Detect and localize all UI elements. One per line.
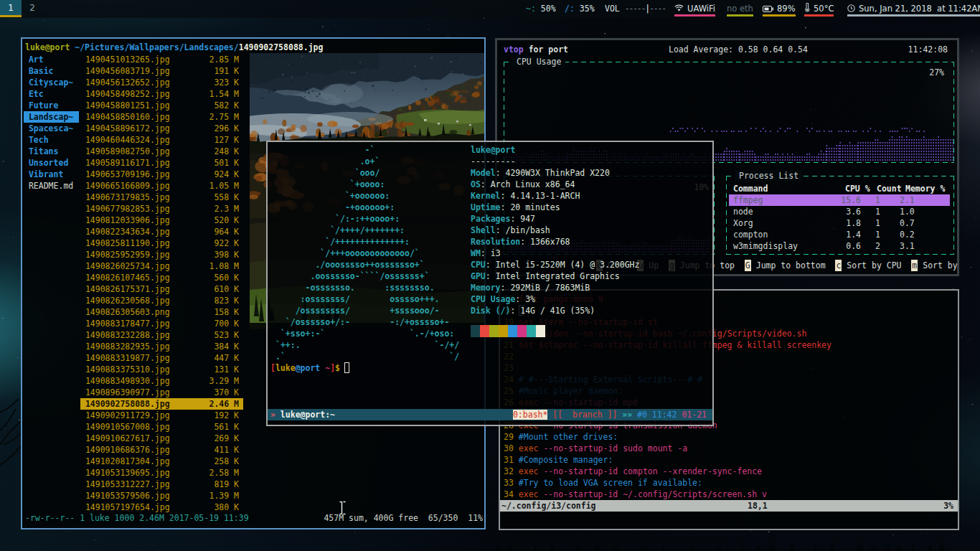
file-item[interactable]: 1490677982853.jpg2.3 M — [80, 203, 243, 215]
ascii-art-line: -+oooooo+: — [275, 202, 395, 213]
file-item[interactable]: 1491020817304.jpg258 K — [80, 456, 243, 467]
hotkey-G[interactable]: G — [745, 260, 751, 271]
module-clock[interactable]: Sun, Jan 21, 2018 at 11:42AM — [847, 0, 980, 18]
col-count: Count — [877, 183, 902, 194]
file-item[interactable]: 1490822343634.jpg964 K — [80, 226, 243, 237]
file-item[interactable]: 1490673179835.jpg558 K — [80, 192, 243, 203]
file-item[interactable]: 1490812033906.jpg520 K — [80, 215, 243, 226]
module-volume[interactable]: VOL -----|---- — [605, 0, 666, 18]
file-item[interactable]: 1490458498252.jpg1.54 M — [80, 88, 243, 100]
ranger-title-path: ~/Pictures/Wallpapers/Landscapes/ — [70, 42, 238, 52]
process-row[interactable]: Xorg1.810.7 — [729, 217, 950, 229]
file-item[interactable]: 1490883498930.jpg3.29 M — [80, 375, 243, 387]
ascii-art-line: .o+` — [275, 156, 380, 167]
file-item[interactable]: 1490883375310.jpg131 K — [80, 364, 243, 375]
vim-cursor-position: 18,1 — [748, 500, 768, 512]
file-item[interactable]: 1490458896172.jpg296 K — [80, 123, 243, 134]
hotkey-label: Jump to bottom — [751, 260, 836, 270]
file-item[interactable]: 1490458850160.jpg2.75 M — [80, 111, 243, 123]
tmux-right-status: 0:bash* [[ branch ]] »» #0 11:42 01-21 — [513, 409, 707, 420]
vtop-clock: 11:42:08 — [908, 44, 948, 55]
neofetch-terminal-window[interactable]: -` .o+` `ooo/ `+oooo: `+oooooo: -+oooooo… — [266, 141, 714, 426]
clock-underline — [847, 14, 980, 17]
file-item[interactable]: 1491053579506.jpg1.39 M — [80, 490, 243, 501]
file-item[interactable]: 1490910627617.jpg269 K — [80, 433, 243, 444]
color-swatch — [489, 325, 499, 337]
file-item[interactable]: 1490826107465.jpg560 K — [80, 272, 243, 283]
parent-dir-item[interactable]: Tech — [24, 134, 79, 146]
color-swatch — [517, 325, 527, 337]
file-item[interactable]: 1491057197654.jpg380 K — [80, 501, 243, 513]
vim-line[interactable]: 32 exec --no-startup-id compton --xrende… — [504, 466, 956, 477]
workspace-1-button[interactable]: 1 — [0, 0, 22, 17]
ranger-status-right: 457M sum, 400G free 65/350 11% — [324, 512, 483, 524]
file-item[interactable]: 1490653709196.jpg924 K — [80, 169, 243, 180]
file-item[interactable]: 1490826305603.png158 K — [80, 306, 243, 318]
module-battery[interactable]: 89% — [763, 0, 796, 18]
parent-dir-item[interactable]: Unsorted — [24, 157, 79, 169]
file-item[interactable]: 1490896390977.jpg370 K — [80, 387, 243, 398]
ascii-art-line: -` — [275, 144, 374, 156]
ascii-art-line: `/ossssso+/:- -:/+osssso+- — [275, 316, 449, 328]
file-item[interactable]: 1490826230568.jpg823 K — [80, 295, 243, 306]
file-item[interactable]: 1490825811190.jpg922 K — [80, 237, 243, 249]
file-item[interactable]: 1490456083719.jpg191 K — [80, 65, 243, 77]
module-temperature[interactable]: 50°C — [804, 0, 834, 18]
process-row[interactable]: ffmpeg15.612.1 — [729, 194, 950, 206]
parent-dir-item[interactable]: Etc — [24, 88, 79, 100]
file-item[interactable]: 1491053312227.jpg819 K — [80, 479, 243, 490]
file-item[interactable]: 1490910567008.jpg561 K — [80, 421, 243, 433]
tmux-window-chip[interactable]: 0:bash* — [513, 410, 547, 420]
file-item[interactable]: 1491053139695.jpg2.58 M — [80, 467, 243, 479]
file-item[interactable]: 1490589082750.jpg248 K — [80, 146, 243, 157]
module-wifi[interactable]: UAWiFi — [674, 0, 715, 18]
file-item[interactable]: 1490458801251.jpg582 K — [80, 100, 243, 111]
file-item[interactable]: 1490902758088.jpg2.46 M — [80, 398, 243, 410]
file-item[interactable]: 1490883178477.jpg700 K — [80, 318, 243, 329]
file-item[interactable]: 1490825952959.jpg398 K — [80, 249, 243, 260]
vim-line[interactable]: 34 exec --no-startup-id ~/.config/Script… — [504, 489, 956, 500]
parent-dir-item[interactable]: Future — [24, 100, 79, 111]
hotkey-m[interactable]: m — [911, 260, 918, 271]
file-item[interactable]: 1490451013265.jpg2.85 M — [80, 54, 243, 65]
file-item[interactable]: 1490902911729.jpg192 K — [80, 410, 243, 421]
parent-dir-item[interactable]: README.md — [24, 180, 79, 192]
parent-dir-item[interactable]: Titans — [24, 146, 79, 157]
file-item[interactable]: 1490910686376.jpg411 K — [80, 444, 243, 456]
process-row[interactable]: w3mimgdisplay0.623.1 — [729, 240, 950, 252]
tmux-arrows: »» — [622, 410, 632, 420]
color-swatch — [508, 325, 517, 337]
ethernet-underline — [727, 14, 753, 17]
tmux-pane-time: #0 11:42 — [632, 410, 682, 420]
file-item[interactable]: 1490826175371.jpg610 K — [80, 283, 243, 295]
process-row[interactable]: compton1.410.2 — [729, 229, 950, 240]
parent-dir-item[interactable]: Spacesca~ — [24, 123, 79, 134]
neofetch-info-row: CPU: Intel i5-2520M (4) @ 3.200GHz — [471, 259, 639, 270]
ascii-art-line: `+sso+:-` `.-/+oso: — [275, 328, 454, 339]
parent-dir-item[interactable]: Landscap~ — [24, 111, 79, 123]
parent-dir-item[interactable]: Basic — [24, 65, 79, 77]
file-item[interactable]: 1490883282935.jpg384 K — [80, 341, 243, 352]
vim-line[interactable]: 29 #Mount other drives: — [504, 431, 956, 443]
vim-line[interactable]: 30 exec --no-startup-id sudo mount -a — [504, 443, 956, 454]
parent-dir-item[interactable]: Art — [24, 54, 79, 65]
ascii-art-line: `/++++/+++++++: — [275, 225, 405, 236]
file-item[interactable]: 1490460446324.jpg127 K — [80, 134, 243, 146]
shell-prompt[interactable]: [luke@port ~]$ — [270, 362, 340, 374]
file-item[interactable]: 1490456132652.jpg323 K — [80, 77, 243, 88]
vim-line[interactable]: 33 #Try to load VGA screen if available: — [504, 477, 956, 489]
file-item[interactable]: 1490665166809.jpg1.05 M — [80, 180, 243, 192]
file-item[interactable]: 1490883232288.jpg523 K — [80, 329, 243, 341]
load-average: Load Average: 0.58 0.64 0.54 — [669, 44, 808, 55]
file-item[interactable]: 1490883319877.jpg447 K — [80, 352, 243, 364]
file-item[interactable]: 1490826025734.jpg1.08 M — [80, 260, 243, 272]
module-ethernet[interactable]: no eth — [727, 0, 753, 18]
workspace-2-button[interactable]: 2 — [22, 0, 43, 17]
parent-dir-item[interactable]: Cityscap~ — [24, 77, 79, 88]
wifi-underline — [674, 14, 715, 17]
file-item[interactable]: 1490589116171.jpg501 K — [80, 157, 243, 169]
vim-line[interactable]: 31 #Composite manager: — [504, 454, 956, 466]
parent-dir-item[interactable]: Vibrant — [24, 169, 79, 180]
ascii-art-line: .oossssso-````/ossssss+` — [275, 270, 430, 282]
process-row[interactable]: node3.611.0 — [729, 206, 950, 217]
